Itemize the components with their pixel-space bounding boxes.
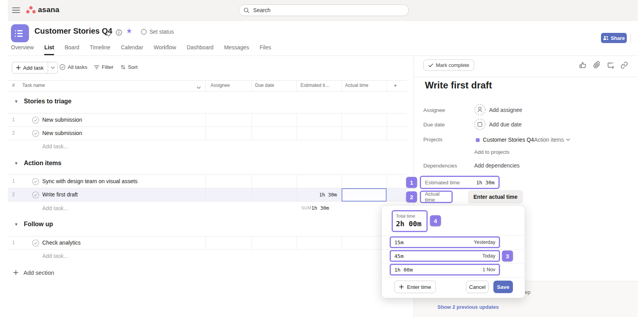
time-entry-duration: 45m	[394, 253, 403, 259]
task-row[interactable]: 2 New submission	[8, 127, 407, 140]
project-icon[interactable]	[11, 24, 29, 42]
sidebar-toggle-button[interactable]	[12, 7, 20, 15]
tab-dashboard[interactable]: Dashboard	[187, 44, 214, 55]
favorite-star-icon[interactable]: ★	[126, 27, 132, 35]
subtask-button[interactable]	[607, 61, 614, 70]
time-entry-row[interactable]: 1h 00m 1 Nov	[390, 264, 500, 276]
task-detail-title[interactable]: Write first draft	[425, 80, 492, 91]
header-divider	[630, 34, 631, 43]
cell-divider	[252, 236, 252, 249]
mark-complete-button[interactable]: Mark complete	[423, 59, 474, 71]
section-header-action-items[interactable]: ▼ Action items	[14, 160, 61, 167]
task-name[interactable]: New submission	[42, 130, 82, 136]
add-column-button[interactable]: +	[394, 82, 397, 88]
column-header-actual-time[interactable]: Actual time	[345, 83, 368, 88]
column-divider	[297, 80, 297, 91]
task-row[interactable]: 1 Sync with design team on visual assets	[8, 175, 407, 188]
search-bar[interactable]	[239, 4, 409, 16]
section-collapse-icon[interactable]: ▼	[14, 222, 18, 227]
tab-overview[interactable]: Overview	[11, 44, 34, 55]
annotation-badge-4: 4	[430, 215, 441, 226]
save-button[interactable]: Save	[493, 281, 513, 293]
actual-time-cell-focused[interactable]	[342, 188, 387, 202]
attachment-button[interactable]	[593, 61, 601, 70]
search-input[interactable]	[252, 7, 404, 14]
task-check-icon[interactable]	[32, 117, 39, 125]
column-divider	[205, 80, 206, 91]
enter-time-button[interactable]: Enter time	[394, 281, 436, 293]
cell-divider	[297, 175, 297, 188]
share-people-icon	[603, 36, 609, 40]
share-button[interactable]: Share	[601, 33, 627, 43]
task-row[interactable]: 1 Check analytics	[8, 236, 407, 250]
project-section-dropdown[interactable]: Action items	[534, 137, 570, 143]
copy-link-button[interactable]	[621, 61, 628, 70]
task-name-sort-chevron[interactable]	[197, 84, 201, 91]
column-header-estimated-time[interactable]: Estimated ti…	[300, 83, 330, 88]
like-button[interactable]	[579, 61, 586, 70]
task-name[interactable]: New submission	[42, 117, 82, 123]
add-section-button[interactable]: Add section	[13, 269, 54, 276]
tab-calendar[interactable]: Calendar	[121, 44, 143, 55]
set-status-button[interactable]: Set status	[141, 29, 174, 35]
popup-divider	[382, 249, 525, 250]
enter-actual-time-button[interactable]: Enter actual time	[468, 190, 523, 204]
add-assignee-button[interactable]: Add assignee	[474, 104, 522, 115]
task-name[interactable]: Check analytics	[42, 240, 81, 246]
asana-logo[interactable]: asana	[26, 5, 59, 14]
add-dependencies-button[interactable]: Add dependencies	[474, 162, 520, 169]
task-row[interactable]: 1 New submission	[8, 113, 407, 127]
filter-button[interactable]: Filter	[94, 64, 113, 70]
mark-complete-label: Mark complete	[436, 62, 469, 68]
chevron-down-icon	[197, 86, 201, 89]
task-check-icon[interactable]	[32, 130, 39, 139]
row-number: 2	[12, 192, 15, 197]
add-task-inline[interactable]: Add task...	[42, 205, 68, 211]
column-header-due-date[interactable]: Due date	[255, 83, 274, 88]
tab-board[interactable]: Board	[65, 44, 79, 55]
tab-workflow[interactable]: Workflow	[154, 44, 176, 55]
column-header-task-name[interactable]: Task name	[22, 83, 45, 88]
task-check-icon[interactable]	[32, 191, 39, 200]
cell-divider	[342, 113, 342, 126]
task-name[interactable]: Write first draft	[42, 191, 78, 198]
project-menu-chevron[interactable]	[106, 31, 111, 38]
estimated-time-cell[interactable]: 1h 30m	[297, 192, 342, 198]
section-title: Action items	[24, 160, 61, 167]
column-header-assignee[interactable]: Assignee	[210, 83, 230, 88]
tab-messages[interactable]: Messages	[224, 44, 249, 55]
time-entry-row[interactable]: 15m Yesterday	[390, 236, 500, 248]
project-info-button[interactable]	[116, 29, 122, 37]
section-collapse-icon[interactable]: ▼	[14, 161, 18, 166]
show-previous-updates-link[interactable]: Show 2 previous updates	[437, 304, 499, 310]
add-task-button[interactable]: Add task	[12, 62, 58, 74]
add-task-dropdown[interactable]	[48, 62, 58, 73]
sort-icon	[121, 65, 126, 70]
add-to-projects-button[interactable]: Add to projects	[474, 149, 509, 155]
tab-timeline[interactable]: Timeline	[90, 44, 110, 55]
tab-files[interactable]: Files	[259, 44, 271, 55]
filter-all-tasks[interactable]: All tasks	[59, 64, 87, 70]
sort-button[interactable]: Sort	[121, 64, 138, 70]
chevron-down-icon	[566, 139, 570, 141]
actual-time-field[interactable]: Actual time	[420, 191, 453, 203]
cancel-button[interactable]: Cancel	[466, 281, 489, 293]
asana-logo-icon	[26, 5, 36, 14]
add-due-date-button[interactable]: Add due date	[474, 119, 522, 130]
add-task-inline[interactable]: Add task...	[42, 253, 68, 259]
task-check-icon[interactable]	[32, 240, 39, 248]
link-icon	[621, 61, 628, 69]
cell-divider	[252, 127, 252, 140]
tab-list[interactable]: List	[44, 44, 54, 55]
estimated-time-field[interactable]: Estimated time 1h 30m	[420, 176, 500, 189]
section-header-follow-up[interactable]: ▼ Follow up	[14, 221, 53, 228]
project-link[interactable]: Customer Stories Q4	[483, 137, 534, 143]
section-header-stories-to-triage[interactable]: ▼ Stories to triage	[14, 98, 72, 105]
section-collapse-icon[interactable]: ▼	[14, 99, 18, 104]
task-check-icon[interactable]	[32, 178, 39, 187]
task-name[interactable]: Sync with design team on visual assets	[42, 178, 138, 184]
actual-time-label: Actual time	[425, 191, 448, 203]
add-task-inline[interactable]: Add task...	[42, 143, 68, 149]
sum-value: 1h 30m	[289, 205, 334, 211]
time-entry-row[interactable]: 45m Today	[390, 250, 500, 262]
